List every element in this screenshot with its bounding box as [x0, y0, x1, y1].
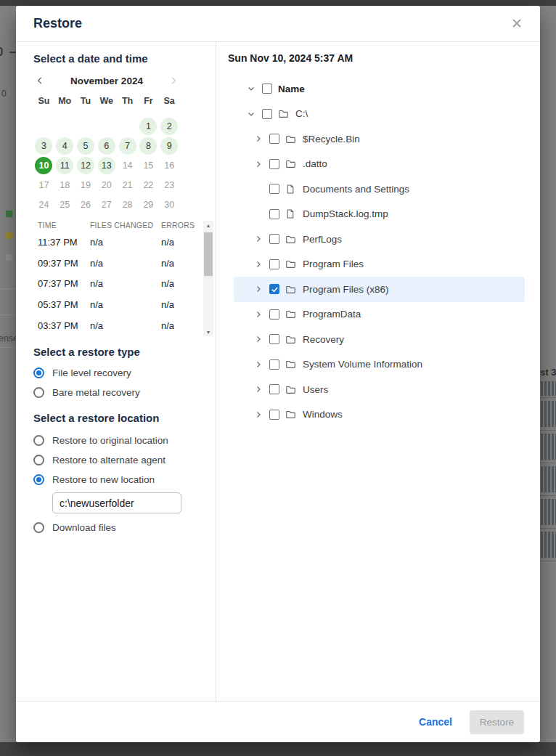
calendar-day[interactable]: 9 — [160, 137, 178, 155]
tree-row[interactable]: PerfLogs — [234, 227, 525, 252]
date-time-heading: Select a date and time — [33, 52, 198, 65]
radio-option[interactable]: Restore to original location — [33, 431, 198, 450]
tree-row-label: $Recycle.Bin — [303, 134, 360, 145]
calendar-day[interactable]: 5 — [77, 137, 94, 155]
calendar-day[interactable]: 6 — [98, 137, 115, 155]
chevron-right-icon — [254, 285, 263, 293]
radio-button[interactable] — [33, 387, 44, 398]
tree-row[interactable]: Program Files — [234, 252, 525, 277]
tree-row-label: Program Files — [303, 259, 364, 269]
restore-button[interactable]: Restore — [470, 710, 524, 734]
file-icon — [285, 184, 295, 195]
calendar-day[interactable]: 1 — [139, 118, 157, 135]
radio-label: Bare metal recovery — [52, 387, 140, 398]
checkbox[interactable] — [269, 284, 279, 294]
expand-toggle[interactable] — [254, 260, 263, 269]
expand-toggle[interactable] — [254, 385, 263, 394]
calendar-prev-month-button[interactable] — [33, 76, 46, 86]
checkbox[interactable] — [269, 159, 279, 169]
close-icon[interactable]: ✕ — [511, 17, 523, 31]
radio-button[interactable] — [33, 367, 44, 378]
expand-toggle[interactable] — [254, 410, 263, 419]
expand-toggle[interactable] — [254, 134, 263, 143]
radio-button[interactable] — [33, 455, 44, 466]
check-icon — [271, 285, 279, 293]
tree-row[interactable]: Users — [234, 377, 525, 402]
tree-row[interactable]: Windows — [234, 402, 525, 428]
radio-option[interactable]: Bare metal recovery — [33, 383, 198, 402]
calendar-day: 26 — [77, 196, 94, 214]
checkbox[interactable] — [269, 384, 279, 394]
radio-option[interactable]: Restore to new location — [33, 470, 198, 489]
time-row[interactable]: 09:37 PMn/an/a — [33, 253, 213, 274]
time-row[interactable]: 11:37 PMn/an/a — [33, 232, 213, 253]
expand-toggle[interactable] — [247, 110, 255, 118]
expand-toggle[interactable] — [254, 160, 263, 168]
expand-toggle[interactable] — [247, 84, 255, 93]
calendar-day: 20 — [98, 176, 115, 194]
calendar-day[interactable]: 13 — [98, 157, 115, 174]
date-time-panel: Select a date and time November 2024 SuM… — [16, 42, 216, 701]
checkbox[interactable] — [262, 109, 272, 119]
calendar-day: 27 — [98, 196, 115, 214]
calendar-day[interactable]: 3 — [35, 137, 52, 155]
radio-button[interactable] — [33, 435, 44, 446]
expand-toggle[interactable] — [254, 335, 263, 344]
scrollbar-down-icon[interactable]: ▼ — [203, 328, 213, 336]
chevron-left-icon — [35, 76, 45, 86]
checkbox[interactable] — [269, 259, 279, 269]
tree-header-row[interactable]: Name — [234, 76, 525, 102]
scrollbar-thumb[interactable] — [204, 232, 213, 276]
weekday-label: Fr — [138, 94, 159, 107]
calendar-day[interactable]: 11 — [56, 157, 73, 174]
radio-option[interactable]: File level recovery — [33, 363, 198, 383]
tree-row[interactable]: Documents and Settings — [234, 176, 525, 202]
file-icon — [285, 208, 295, 219]
tree-row[interactable]: System Volume Information — [234, 352, 525, 378]
new-location-input[interactable] — [52, 492, 181, 513]
checkbox[interactable] — [269, 410, 279, 420]
tree-row[interactable]: .datto — [234, 152, 525, 177]
radio-button[interactable] — [33, 522, 44, 533]
calendar-day[interactable]: 8 — [139, 137, 157, 155]
expand-toggle[interactable] — [254, 235, 263, 243]
radio-label: File level recovery — [52, 367, 131, 378]
time-row[interactable]: 03:37 PMn/an/a — [33, 315, 213, 336]
checkbox[interactable] — [269, 134, 279, 144]
expand-toggle[interactable] — [254, 310, 263, 319]
calendar-day[interactable]: 10 — [35, 157, 52, 174]
calendar-day[interactable]: 2 — [160, 118, 178, 135]
calendar-day[interactable]: 4 — [56, 137, 73, 155]
time-scrollbar[interactable]: ▲ ▼ — [203, 221, 213, 336]
time-row[interactable]: 05:37 PMn/an/a — [33, 294, 213, 315]
checkbox[interactable] — [269, 334, 279, 344]
radio-option[interactable]: Download files — [33, 518, 198, 537]
expand-toggle[interactable] — [254, 285, 263, 293]
radio-button[interactable] — [33, 474, 44, 485]
tree-row[interactable]: ProgramData — [234, 302, 525, 328]
time-row[interactable]: 07:37 PMn/an/a — [33, 274, 213, 295]
checkbox[interactable] — [269, 359, 279, 370]
calendar-next-month-button[interactable] — [167, 76, 180, 86]
calendar-day[interactable]: 12 — [77, 157, 94, 174]
dialog-header: Restore ✕ — [16, 6, 540, 42]
checkbox[interactable] — [269, 184, 279, 194]
checkbox[interactable] — [262, 84, 272, 94]
checkbox[interactable] — [269, 234, 279, 244]
time-table-header: TIMEFILES CHANGEDERRORS — [33, 219, 213, 232]
tree-row[interactable]: DumpStack.log.tmp — [234, 202, 525, 227]
radio-option[interactable]: Restore to alternate agent — [33, 450, 198, 470]
checkbox[interactable] — [269, 209, 279, 219]
tree-row[interactable]: Recovery — [234, 327, 525, 352]
calendar-day[interactable]: 7 — [119, 137, 136, 155]
calendar: November 2024 SuMoTuWeThFrSa 12345678910… — [33, 72, 180, 214]
expand-toggle[interactable] — [254, 360, 263, 369]
scrollbar-up-icon[interactable]: ▲ — [203, 221, 213, 229]
tree-row[interactable]: $Recycle.Bin — [234, 126, 525, 152]
cancel-button[interactable]: Cancel — [419, 716, 452, 728]
weekday-label: Th — [117, 94, 138, 107]
tree-row[interactable]: Program Files (x86) — [234, 277, 525, 302]
folder-icon — [285, 409, 296, 420]
checkbox[interactable] — [269, 309, 279, 320]
tree-row[interactable]: C:\ — [234, 102, 525, 127]
